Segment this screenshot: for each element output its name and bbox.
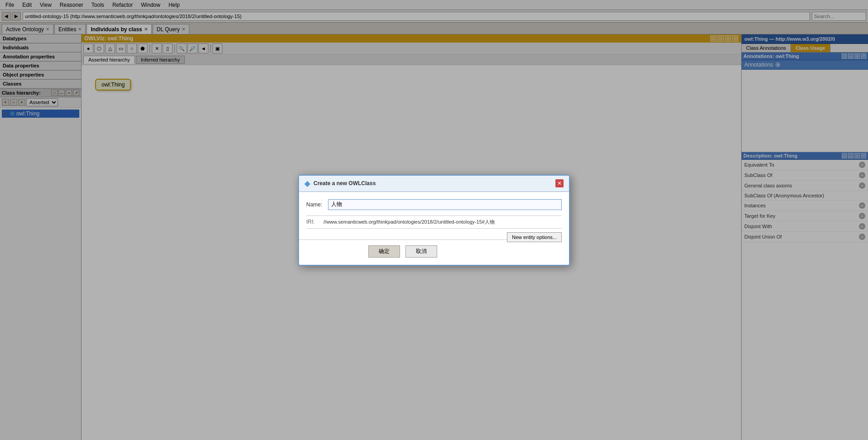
modal-name-label: Name: bbox=[306, 201, 324, 208]
modal-name-input[interactable] bbox=[328, 199, 562, 210]
modal-icon: ◈ bbox=[304, 179, 310, 188]
modal-footer: 确定 取消 bbox=[299, 239, 507, 265]
modal-confirm-button[interactable]: 确定 bbox=[368, 245, 400, 258]
modal-iri-label: IRI: bbox=[306, 219, 320, 225]
modal-body: Name: IRI: //www.semanticweb.org/thinkpa… bbox=[299, 192, 569, 239]
modal-header: ◈ Create a new OWLClass ✕ bbox=[299, 176, 569, 192]
create-owlclass-dialog: ◈ Create a new OWLClass ✕ Name: IRI: //w… bbox=[298, 175, 570, 266]
modal-title: ◈ Create a new OWLClass bbox=[304, 179, 376, 188]
modal-close-button[interactable]: ✕ bbox=[555, 179, 564, 187]
modal-name-field: Name: bbox=[306, 199, 562, 210]
modal-overlay: ◈ Create a new OWLClass ✕ Name: IRI: //w… bbox=[0, 0, 868, 440]
modal-options-button[interactable]: New entity options... bbox=[507, 232, 562, 242]
modal-iri-row: IRI: //www.semanticweb.org/thinkpad/onto… bbox=[306, 215, 562, 229]
modal-cancel-button[interactable]: 取消 bbox=[405, 245, 437, 258]
modal-iri-value: //www.semanticweb.org/thinkpad/ontologie… bbox=[323, 219, 562, 225]
modal-title-text: Create a new OWLClass bbox=[313, 180, 376, 187]
